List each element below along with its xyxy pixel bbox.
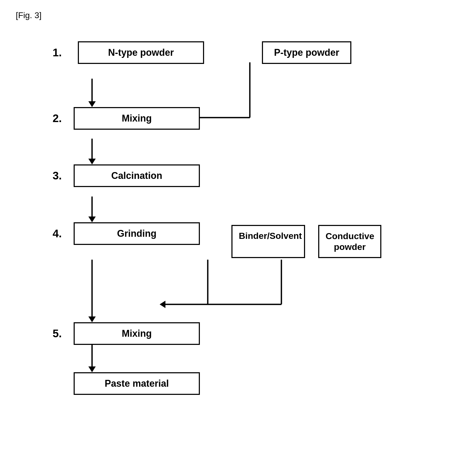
svg-marker-8 bbox=[88, 217, 96, 222]
paste-material-box: Paste material bbox=[74, 372, 200, 395]
svg-marker-10 bbox=[88, 316, 96, 322]
grinding-box: Grinding bbox=[74, 222, 200, 245]
step-1-number: 1. bbox=[53, 46, 74, 59]
conductive-powder-box: Conductive powder bbox=[318, 225, 381, 258]
step-3-row: 3. Calcination bbox=[53, 164, 200, 187]
mixing-box-1: Mixing bbox=[74, 107, 200, 130]
page-container: [Fig. 3] bbox=[0, 0, 476, 463]
side-boxes: Binder/Solvent Conductive powder bbox=[231, 225, 381, 258]
mixing-box-2: Mixing bbox=[74, 322, 200, 345]
calcination-box: Calcination bbox=[74, 164, 200, 187]
svg-marker-17 bbox=[88, 366, 96, 372]
step-4-row: 4. Grinding Binder/Solvent Conductive po… bbox=[53, 222, 381, 258]
svg-marker-6 bbox=[88, 159, 96, 164]
step-5-number: 5. bbox=[53, 327, 74, 340]
n-type-powder-box: N-type powder bbox=[78, 41, 204, 64]
step-2-number: 2. bbox=[53, 112, 74, 125]
step-final-row: Paste material bbox=[74, 372, 200, 395]
step-3-number: 3. bbox=[53, 169, 74, 182]
figure-label: [Fig. 3] bbox=[16, 11, 460, 20]
binder-solvent-box: Binder/Solvent bbox=[231, 225, 305, 258]
step-5-row: 5. Mixing bbox=[53, 322, 200, 345]
svg-marker-15 bbox=[160, 301, 165, 308]
diagram: 1. N-type powder P-type powder 2. Mixing… bbox=[16, 31, 437, 457]
p-type-powder-box: P-type powder bbox=[262, 41, 351, 64]
step-1-row: 1. N-type powder P-type powder bbox=[53, 41, 351, 64]
svg-marker-1 bbox=[88, 101, 96, 107]
step-4-number: 4. bbox=[53, 227, 74, 240]
step-2-row: 2. Mixing bbox=[53, 107, 200, 130]
